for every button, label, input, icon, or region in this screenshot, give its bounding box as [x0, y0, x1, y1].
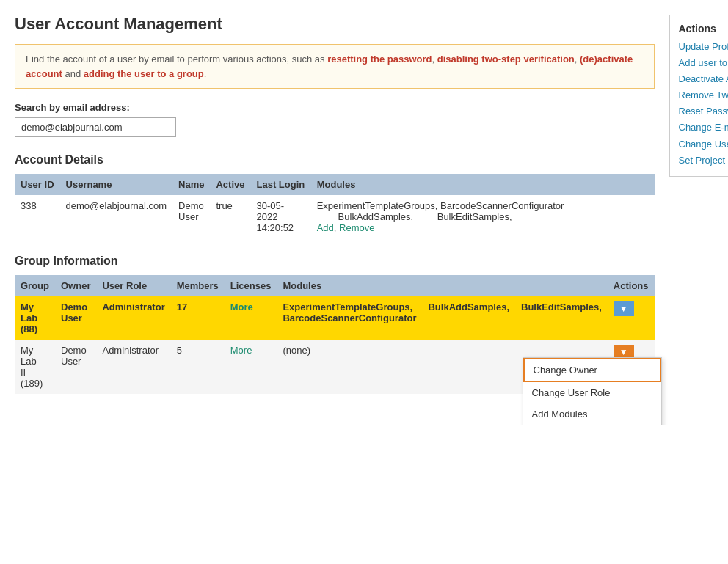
cell-role: Administrator [96, 296, 170, 340]
col-username: Username [60, 174, 173, 195]
account-details-table: User ID Username Name Active Last Login … [15, 174, 655, 238]
actions-panel-title: Actions [679, 23, 729, 34]
col-active: Active [210, 174, 250, 195]
search-label: Search by email address: [15, 102, 655, 113]
cell-licenses: More [225, 296, 277, 340]
group-info-section: Group Information Group Owner User Role … [15, 254, 655, 394]
cell-bulk-add: BulkAddSamples, [422, 296, 515, 340]
search-section: Search by email address: [15, 102, 655, 137]
action-change-email[interactable]: Change E-mail [679, 120, 729, 136]
cell-actions: ▼ [608, 296, 655, 340]
cell-bulk-edit: BulkEditSamples, [515, 296, 608, 340]
cell-modules-g: ExperimentTemplateGroups,BarcodeScannerC… [277, 296, 422, 340]
cell-members: 17 [171, 296, 225, 340]
col-empty2 [515, 275, 608, 296]
action-reset-password[interactable]: Reset Password [679, 103, 729, 120]
table-row: My Lab (88) DemoUser Administrator 17 Mo… [15, 296, 655, 340]
cell-empty-a [422, 340, 515, 394]
cell-group-2: My LabII(189) [15, 340, 55, 394]
menu-item-change-user-role[interactable]: Change User Role [523, 382, 661, 403]
add-module-link[interactable]: Add [317, 222, 334, 233]
cell-members-2: 5 [171, 340, 225, 394]
actions-panel: Actions Update Profile Add user to Group… [669, 15, 729, 177]
col-owner: Owner [55, 275, 96, 296]
action-set-project-group-admin[interactable]: Set Project Group Admin [679, 153, 729, 169]
col-user-role: User Role [96, 275, 170, 296]
action-change-username[interactable]: Change Username [679, 136, 729, 153]
group-info-title: Group Information [15, 254, 655, 268]
cell-group: My Lab (88) [15, 296, 55, 340]
account-details-section: Account Details User ID Username Name Ac… [15, 153, 655, 238]
table-row: My LabII(189) DemoUser Administrator 5 M… [15, 340, 655, 394]
col-modules-g: Modules [277, 275, 422, 296]
col-name: Name [172, 174, 210, 195]
cell-username: demo@elabjournal.com [60, 195, 173, 238]
actions-dropdown-menu: Change Owner Change User Role Add Module… [523, 357, 662, 425]
cell-actions-2: ▼ Change Owner Change User Role Add Modu… [608, 340, 655, 394]
col-group: Group [15, 275, 55, 296]
action-update-profile[interactable]: Update Profile [679, 39, 729, 55]
action-deactivate-account[interactable]: Deactivate Account [679, 71, 729, 87]
cell-owner-2: DemoUser [55, 340, 96, 394]
col-modules: Modules [311, 174, 655, 195]
col-last-login: Last Login [250, 174, 310, 195]
cell-owner: DemoUser [55, 296, 96, 340]
licenses-more-link[interactable]: More [230, 301, 253, 312]
menu-item-add-modules[interactable]: Add Modules [523, 403, 661, 425]
col-licenses: Licenses [225, 275, 277, 296]
cell-role-2: Administrator [96, 340, 170, 394]
account-details-title: Account Details [15, 153, 655, 166]
col-members: Members [171, 275, 225, 296]
table-row: 338 demo@elabjournal.com DemoUser true 3… [15, 195, 655, 238]
licenses-more-link-2[interactable]: More [230, 345, 252, 356]
cell-name: DemoUser [172, 195, 210, 238]
cell-licenses-2: More [225, 340, 277, 394]
col-user-id: User ID [15, 174, 60, 195]
page-title: User Account Management [15, 15, 655, 34]
modules-text: ExperimentTemplateGroups, BarcodeScanner… [317, 200, 564, 211]
action-add-user-to-group[interactable]: Add user to Group [679, 55, 729, 71]
alert-box: Find the account of a user by email to p… [15, 44, 655, 89]
cell-user-id: 338 [15, 195, 60, 238]
actions-dropdown-btn-1[interactable]: ▼ [614, 301, 634, 316]
col-empty1 [422, 275, 515, 296]
cell-active: true [210, 195, 250, 238]
menu-item-change-owner[interactable]: Change Owner [523, 358, 661, 382]
alert-text: Find the account of a user by email to p… [26, 54, 633, 79]
col-actions: Actions [608, 275, 655, 296]
group-info-table: Group Owner User Role Members Licenses M… [15, 275, 655, 394]
cell-last-login: 30-05-202214:20:52 [250, 195, 310, 238]
cell-modules: ExperimentTemplateGroups, BarcodeScanner… [311, 195, 655, 238]
remove-module-link[interactable]: Remove [339, 222, 374, 233]
cell-modules-2: (none) [277, 340, 422, 394]
search-input[interactable] [15, 117, 176, 137]
action-remove-two-factor[interactable]: Remove Two-Factor [679, 87, 729, 103]
